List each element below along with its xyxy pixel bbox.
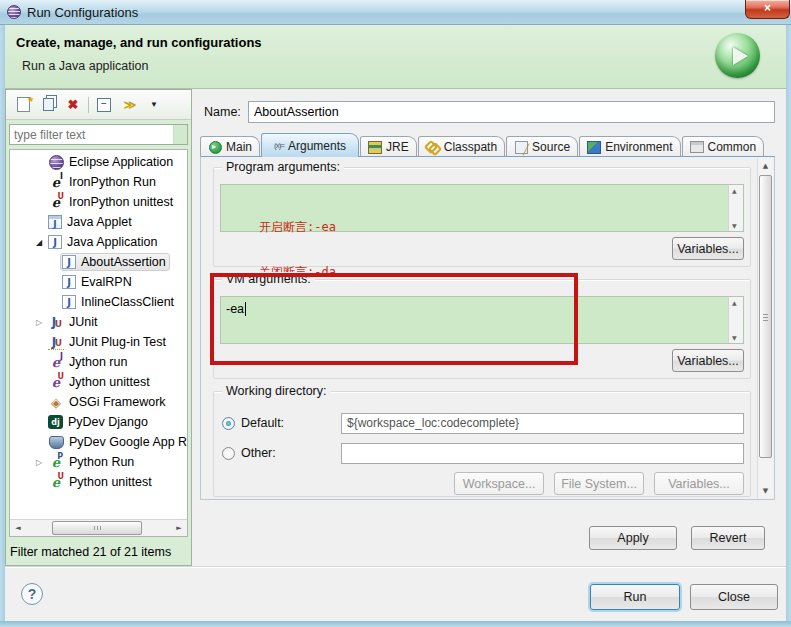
java-application-icon bbox=[62, 295, 76, 309]
tree-item-ironpython-unittest[interactable]: IronPython unittest bbox=[10, 192, 187, 212]
expand-twisty-icon[interactable] bbox=[32, 238, 46, 247]
run-button[interactable]: Run bbox=[590, 584, 680, 610]
toolbar-menu-dropdown-icon[interactable]: ▼ bbox=[146, 97, 162, 113]
toolbar-separator bbox=[88, 97, 89, 113]
tree-item-junit-plugin-test[interactable]: JUnit Plug-in Test bbox=[10, 332, 187, 352]
filter-box bbox=[9, 124, 188, 145]
tree-item-python-unittest[interactable]: Python unittest bbox=[10, 472, 187, 492]
pydev-google-app-run-icon bbox=[48, 434, 64, 450]
collapse-twisty-icon[interactable] bbox=[32, 318, 46, 327]
scroll-right-icon[interactable]: ► bbox=[171, 520, 187, 536]
filter-clear-icon bbox=[173, 125, 187, 144]
tree-item-java-applet[interactable]: Java Applet bbox=[10, 212, 187, 232]
python-unittest-icon bbox=[48, 474, 64, 490]
duplicate-configuration-icon[interactable] bbox=[40, 97, 56, 113]
environment-icon bbox=[587, 141, 601, 154]
directory-variables-button[interactable]: Variables... bbox=[654, 472, 744, 495]
java-application-icon bbox=[48, 235, 62, 249]
junit-plugin-icon bbox=[48, 334, 64, 350]
program-argument-line: 关闭断言:-da bbox=[259, 265, 723, 280]
tree-item-jython-run[interactable]: Jython run bbox=[10, 352, 187, 372]
vm-argument-value: -ea bbox=[226, 302, 244, 316]
tab-environment[interactable]: Environment bbox=[579, 136, 680, 157]
revert-button[interactable]: Revert bbox=[691, 526, 765, 550]
default-label: Default: bbox=[241, 416, 341, 430]
tree-item-evalrpn[interactable]: EvalRPN bbox=[10, 272, 187, 292]
tree-item-aboutassertion[interactable]: AboutAssertion bbox=[10, 252, 187, 272]
play-triangle-icon bbox=[733, 47, 748, 65]
tab-classpath[interactable]: Classpath bbox=[418, 136, 505, 157]
tree-item-eclipse-application[interactable]: Eclipse Application bbox=[10, 152, 187, 172]
tree-item-pydev-django[interactable]: PyDev Django bbox=[10, 412, 187, 432]
program-arguments-textarea[interactable]: 开启断言:-ea 关闭断言:-da bbox=[220, 184, 744, 232]
python-run-icon bbox=[48, 454, 64, 470]
tab-source[interactable]: Source bbox=[506, 136, 578, 157]
filter-input[interactable] bbox=[10, 125, 173, 144]
tree-item-junit[interactable]: JUnit bbox=[10, 312, 187, 332]
textarea-scrollbar[interactable] bbox=[728, 297, 743, 343]
configurations-panel: ✖ ≫ ▼ Eclipse Application IronPython Run… bbox=[5, 89, 192, 566]
tree-item-jython-unittest[interactable]: Jython unittest bbox=[10, 372, 187, 392]
filter-status: Filter matched 21 of 21 items bbox=[10, 545, 171, 559]
collapse-twisty-icon[interactable] bbox=[32, 458, 46, 467]
scroll-down-icon[interactable]: ▼ bbox=[758, 483, 773, 498]
working-directory-label: Working directory: bbox=[222, 384, 331, 398]
name-input[interactable] bbox=[248, 101, 775, 123]
workspace-button[interactable]: Workspace... bbox=[454, 472, 544, 495]
collapse-all-icon[interactable] bbox=[96, 97, 112, 113]
other-radio[interactable] bbox=[222, 447, 235, 460]
filter-configurations-icon[interactable]: ≫ bbox=[121, 97, 137, 113]
program-variables-button[interactable]: Variables... bbox=[672, 237, 744, 260]
configuration-detail-panel: Name: Main Arguments JRE Classpath Sourc… bbox=[196, 89, 781, 566]
ironpython-unittest-icon bbox=[48, 194, 64, 210]
tree-horizontal-scrollbar[interactable]: ◄ ► bbox=[10, 519, 187, 536]
textarea-scrollbar[interactable] bbox=[728, 185, 743, 231]
default-radio[interactable] bbox=[222, 417, 235, 430]
delete-configuration-icon[interactable]: ✖ bbox=[65, 97, 81, 113]
scrollbar-thumb[interactable] bbox=[759, 175, 772, 458]
program-arguments-group: Program arguments: 开启断言:-ea 关闭断言:-da Var… bbox=[213, 167, 751, 267]
window-title: Run Configurations bbox=[27, 5, 138, 20]
tab-jre[interactable]: JRE bbox=[360, 136, 417, 157]
banner-subtitle: Run a Java application bbox=[22, 59, 148, 73]
vm-variables-button[interactable]: Variables... bbox=[672, 349, 744, 372]
working-directory-group: Working directory: Default: Other: Works… bbox=[213, 391, 751, 497]
dialog-footer: ? Run Close bbox=[5, 566, 786, 621]
program-argument-line: 开启断言:-ea bbox=[259, 220, 723, 235]
file-system-button[interactable]: File System... bbox=[554, 472, 644, 495]
tree-item-python-run[interactable]: Python Run bbox=[10, 452, 187, 472]
vm-arguments-group: VM arguments: -ea Variables... bbox=[213, 279, 751, 379]
configurations-tree: Eclipse Application IronPython Run IronP… bbox=[9, 149, 188, 537]
run-configurations-dialog: Run Configurations × Create, manage, and… bbox=[0, 0, 791, 627]
new-configuration-icon[interactable] bbox=[15, 97, 31, 113]
tab-common[interactable]: Common bbox=[682, 136, 765, 157]
vm-arguments-label: VM arguments: bbox=[222, 272, 315, 286]
tab-main[interactable]: Main bbox=[200, 136, 260, 157]
tab-vertical-scrollbar[interactable]: ▲ ▼ bbox=[757, 158, 773, 498]
java-applet-icon bbox=[48, 215, 62, 229]
run-sphere-icon bbox=[715, 33, 760, 78]
name-label: Name: bbox=[204, 105, 248, 119]
help-icon[interactable]: ? bbox=[21, 583, 43, 605]
default-directory-field[interactable] bbox=[341, 413, 744, 434]
apply-button[interactable]: Apply bbox=[589, 526, 677, 550]
configurations-toolbar: ✖ ≫ ▼ bbox=[6, 90, 191, 120]
other-label: Other: bbox=[241, 446, 341, 460]
window-close-button[interactable]: × bbox=[745, 0, 790, 19]
tab-arguments[interactable]: Arguments bbox=[261, 133, 359, 157]
vm-arguments-textarea[interactable]: -ea bbox=[220, 296, 744, 344]
arguments-tab-content: Program arguments: 开启断言:-ea 关闭断言:-da Var… bbox=[200, 156, 775, 500]
other-directory-field[interactable] bbox=[341, 443, 744, 464]
scroll-up-icon[interactable]: ▲ bbox=[758, 158, 773, 173]
scrollbar-track[interactable] bbox=[26, 520, 171, 536]
ironpython-run-icon bbox=[48, 174, 64, 190]
tree-item-java-application[interactable]: Java Application bbox=[10, 232, 187, 252]
scroll-left-icon[interactable]: ◄ bbox=[10, 520, 26, 536]
jre-icon bbox=[368, 141, 382, 154]
tree-item-inlineclassclient[interactable]: InlineClassClient bbox=[10, 292, 187, 312]
tree-item-pydev-google-app-run[interactable]: PyDev Google App Ru bbox=[10, 432, 187, 452]
scrollbar-thumb[interactable] bbox=[52, 521, 142, 535]
tree-item-ironpython-run[interactable]: IronPython Run bbox=[10, 172, 187, 192]
tree-item-osgi-framework[interactable]: OSGi Framework bbox=[10, 392, 187, 412]
close-button[interactable]: Close bbox=[690, 584, 778, 610]
